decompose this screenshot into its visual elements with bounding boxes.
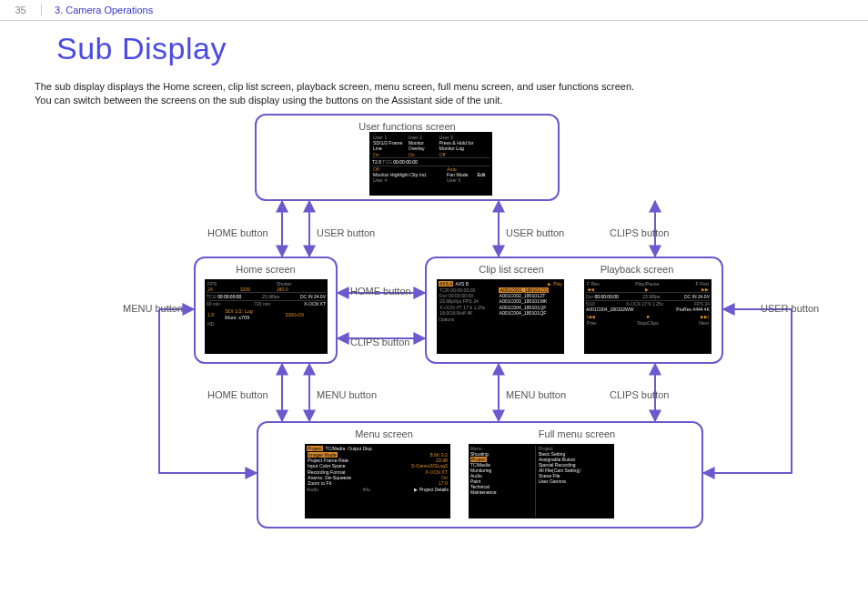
edge-label: USER button: [317, 227, 375, 238]
cell: TCG: [382, 159, 392, 165]
edge-label: MENU button: [506, 389, 566, 400]
cell: Moni: s709: [225, 315, 249, 320]
edge-label: USER button: [761, 303, 819, 314]
cell: Dur: [586, 294, 593, 299]
node-caption: Home screen: [196, 264, 336, 275]
cell: 00:00:00:00: [594, 294, 618, 299]
cell: A001C004_180102WW: [586, 307, 634, 312]
cell: 23.98fps: [262, 294, 279, 299]
thumb-playback: F Rev Play/Pause F Fwd ◀◀ ▶ ▶▶ Dur 00:00…: [584, 279, 712, 354]
page-header: 35 3. Camera Operations: [0, 0, 868, 21]
cell: A001C001_180101CQ: [499, 287, 549, 293]
edge-label: CLIPS button: [350, 337, 409, 347]
cell: Audio: [307, 487, 318, 492]
cell: SDI 1/2: Log: [225, 308, 253, 314]
cell: SDI1/2 Frame Line: [372, 140, 408, 151]
cell: [477, 177, 490, 183]
thumb-full-menu: Menu Shooting Project TC/Media Monitorin…: [469, 444, 614, 518]
cell: Imager Mode: [308, 452, 338, 458]
thumb-home: FPS Shutter 24 3200 180.0 TCG 00:00:00:0…: [205, 279, 328, 354]
intro-line: You can switch between the screens on th…: [35, 94, 634, 107]
cell: AXS B: [453, 281, 470, 287]
cell: Project: [307, 446, 323, 451]
cell: X-OCN XT: [304, 301, 326, 307]
cell: 00:00:00:00: [217, 294, 241, 299]
edge-label: USER button: [506, 227, 564, 238]
node-caption: Menu screen: [311, 428, 457, 439]
node-caption: Full menu screen: [504, 428, 650, 439]
edge-label: CLIPS button: [610, 227, 669, 238]
cell: 1.8: [207, 308, 224, 320]
edge-label: MENU button: [123, 303, 183, 314]
edge-label: HOME button: [207, 389, 268, 400]
intro-text: The sub display displays the Home screen…: [35, 80, 634, 108]
cell: 00:00:00:00: [393, 159, 417, 165]
edge-label: MENU button: [317, 389, 377, 400]
edge-label: HOME button: [207, 227, 268, 238]
cell: DC IN 24.0V: [300, 294, 326, 299]
cell: A001C004_180101QF: [498, 310, 562, 316]
node-caption: Playback screen: [578, 264, 696, 275]
cell: User 5: [446, 177, 476, 183]
cell: User Gamma: [539, 478, 612, 484]
cell: Maintenance: [470, 489, 533, 495]
edge-label: CLIPS button: [610, 389, 669, 400]
page-title: Sub Display: [56, 31, 227, 66]
cell: 16:9/16:9/off 4K: [439, 310, 498, 316]
cell: Next: [679, 320, 710, 326]
intro-line: The sub display displays the Home screen…: [35, 80, 634, 94]
cell: Options: [439, 317, 562, 322]
cell: ND: [207, 321, 224, 327]
thumb-user-functions: User 1 User 2 User 3 SDI1/2 Frame Line M…: [369, 132, 492, 196]
node-caption: Clip list screen: [452, 264, 570, 275]
cell: Press & Hold for Monitor Log: [439, 140, 490, 151]
cell: DC IN 24.0V: [684, 294, 710, 299]
breadcrumb: 3. Camera Operations: [55, 5, 153, 15]
thumb-clip-list: AXS A AXS B ▶ Play TCR 00:00:00:00A001C0…: [437, 279, 564, 354]
thumb-menu: Project TC/Media Output Disp. Imager Mod…: [305, 444, 450, 518]
cell: Stop/Clips: [617, 320, 679, 326]
cell: Info: [362, 487, 369, 492]
cell: User 4: [372, 177, 446, 183]
cell: TCG: [207, 294, 217, 299]
cell: T2.8: [372, 159, 381, 165]
cell: 720 min: [254, 301, 270, 307]
cell: Zoom to Fit: [307, 480, 384, 486]
cell: 60 min: [207, 301, 220, 307]
cell: TC/Media: [323, 446, 348, 451]
cell: Output Disp.: [348, 446, 373, 451]
page-number: 35: [0, 5, 41, 15]
cell: 17:9: [384, 480, 449, 486]
divider: [41, 4, 42, 16]
cell: Prev: [586, 320, 617, 326]
node-caption: User functions screen: [257, 121, 558, 132]
cell: ProRes 4444 4K: [676, 307, 710, 312]
cell: Monitor Overlay: [408, 140, 439, 151]
cell: 23.98fps: [642, 294, 660, 299]
cell: 3200+03: [285, 308, 326, 320]
cell: Play: [551, 281, 562, 287]
edge-label: HOME button: [350, 286, 411, 297]
cell: ▶ Project Details: [414, 487, 449, 492]
cell: AXS A: [439, 281, 453, 287]
